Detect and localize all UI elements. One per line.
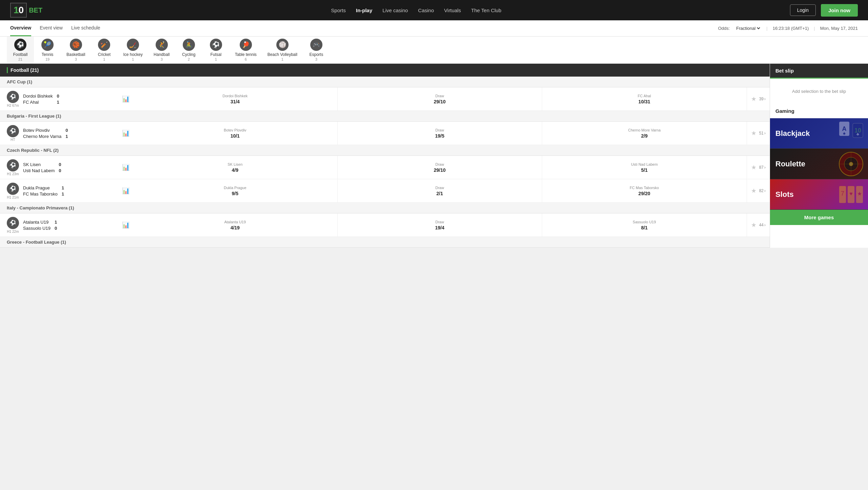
more-arrow: ›	[764, 131, 766, 136]
odd-value-away: 5/1	[641, 167, 648, 173]
more-count: 44	[759, 223, 764, 227]
sport-item-basketball[interactable]: 🏀 Basketball 3	[61, 37, 91, 64]
favorite-btn[interactable]: ★	[751, 164, 756, 171]
sport-item-esports[interactable]: 🎮 Esports 3	[303, 37, 330, 64]
odd-btn-draw[interactable]: Draw 29/10	[338, 87, 542, 110]
more-markets-btn[interactable]: 51 ›	[759, 131, 766, 136]
tab-overview[interactable]: Overview	[10, 20, 31, 36]
odd-btn-away[interactable]: Usti Nad Labem 5/1	[542, 156, 747, 179]
odd-btn-draw[interactable]: Draw 19/4	[338, 213, 542, 237]
sport-item-futsal[interactable]: ⚽ Futsal 1	[202, 37, 230, 64]
svg-text:0: 0	[850, 162, 852, 166]
more-arrow: ›	[764, 188, 766, 193]
odd-btn-away[interactable]: Cherno More Varna 2/9	[542, 122, 747, 145]
score1: 1	[62, 185, 64, 190]
joinnow-button[interactable]: Join now	[821, 4, 858, 17]
sport-item-cricket[interactable]: 🏏 Cricket 1	[91, 37, 118, 64]
tab-event-view[interactable]: Event view	[40, 20, 63, 36]
odd-value-away: 8/1	[641, 225, 648, 230]
match-icon-wrap: ⚽ H1 22m	[7, 217, 19, 233]
team2-name: FC Mas Taborsko	[23, 191, 58, 197]
sport-item-handball[interactable]: 🤾 Handball 3	[148, 37, 175, 64]
match-stats-btn[interactable]: 📊	[119, 221, 133, 229]
league-greece: Greece - Football League (1)	[0, 237, 770, 248]
section-header: Football (21)	[0, 64, 770, 77]
nav-ten-club[interactable]: The Ten Club	[471, 7, 501, 13]
futsal-icon: ⚽	[210, 39, 222, 51]
score1: 0	[57, 94, 59, 99]
odd-label-home: Botev Plovdiv	[224, 128, 246, 132]
basketball-icon: 🏀	[70, 39, 82, 51]
sport-item-cycling[interactable]: 🚴 Cycling 2	[175, 37, 202, 64]
odd-label-home: SK Lisen	[228, 162, 242, 166]
more-markets-btn[interactable]: 44 ›	[759, 223, 766, 227]
sport-count-basketball: 3	[75, 57, 77, 61]
score2: 0	[55, 226, 57, 231]
match-time: H2 67m	[7, 104, 19, 107]
favorite-btn[interactable]: ★	[751, 129, 756, 137]
odd-label-away: FC Ahal	[638, 94, 651, 98]
match-stats-btn[interactable]: 📊	[119, 95, 133, 103]
sport-item-tabletennis[interactable]: 🏓 Table tennis 6	[230, 37, 262, 64]
score2: 0	[59, 168, 61, 173]
match-stats-btn[interactable]: 📊	[119, 164, 133, 171]
login-button[interactable]: Login	[790, 4, 816, 16]
nav-inplay[interactable]: In-play	[356, 7, 372, 13]
odd-btn-away[interactable]: FC Mas Taborsko 29/20	[542, 179, 747, 202]
favorite-btn[interactable]: ★	[751, 187, 756, 195]
odd-btn-home[interactable]: Atalanta U19 4/19	[133, 213, 338, 237]
odds-area: Dukla Prague 9/5 Draw 2/1 FC Mas Taborsk…	[133, 179, 747, 202]
sport-item-beachvolleyball[interactable]: 🏐 Beach Volleyball 1	[262, 37, 303, 64]
odd-btn-draw[interactable]: Draw 19/5	[338, 122, 542, 145]
team2-name: FC Ahal	[23, 100, 53, 105]
odd-btn-home[interactable]: Dordoi Bishkek 31/4	[133, 87, 338, 110]
nav-virtuals[interactable]: Virtuals	[444, 7, 461, 13]
odd-btn-draw[interactable]: Draw 29/10	[338, 156, 542, 179]
odd-btn-draw[interactable]: Draw 2/1	[338, 179, 542, 202]
divider1: |	[766, 26, 767, 31]
gaming-card-slots[interactable]: Slots 7 ♥ ★	[770, 179, 868, 210]
match-time: H1 21m	[7, 196, 19, 199]
match-stats-btn[interactable]: 📊	[119, 129, 133, 137]
more-games-button[interactable]: More games	[770, 210, 868, 225]
odd-btn-home[interactable]: Dukla Prague 9/5	[133, 179, 338, 202]
tabletennis-icon: 🏓	[240, 39, 252, 51]
content-area: Football (21) AFC Cup (1) ⚽ H2 67m Dordo…	[0, 64, 770, 248]
favorite-btn[interactable]: ★	[751, 95, 756, 103]
sport-icon-football: ⚽	[7, 183, 19, 195]
tab-live-schedule[interactable]: Live schedule	[71, 20, 100, 36]
sport-item-icehockey[interactable]: 🏒 Ice hockey 1	[118, 37, 148, 64]
table-row: ⚽ H1 21m Dukla Prague FC Mas Taborsko 1 …	[0, 179, 770, 203]
odds-selector[interactable]: Fractional Decimal	[735, 25, 761, 31]
match-time: H1 23m	[7, 172, 19, 176]
favorite-btn[interactable]: ★	[751, 221, 756, 229]
more-markets-btn[interactable]: 39 ›	[759, 97, 766, 101]
table-row: ⚽ H1 23m SK Lisen Usti Nad Labem 0 0 📊 S…	[0, 156, 770, 179]
sport-count-esports: 3	[315, 57, 317, 61]
nav-casino[interactable]: Casino	[418, 7, 434, 13]
sport-item-football[interactable]: ⚽ Football 21	[7, 37, 34, 64]
odd-btn-home[interactable]: Botev Plovdiv 10/1	[133, 122, 338, 145]
sport-icon-football: ⚽	[7, 125, 19, 137]
sport-item-tennis[interactable]: 🎾 Tennis 19	[34, 37, 61, 64]
table-row: ⚽ H1 22m Atalanta U19 Sassuolo U19 1 0 📊…	[0, 213, 770, 237]
match-icon-wrap: ⚽ HT	[7, 125, 19, 142]
current-date: Mon, May 17, 2021	[820, 26, 858, 31]
more-markets-btn[interactable]: 82 ›	[759, 188, 766, 193]
odd-btn-home[interactable]: SK Lisen 4/9	[133, 156, 338, 179]
match-icon-wrap: ⚽ H1 23m	[7, 159, 19, 176]
match-score: 0 1	[65, 128, 71, 139]
match-score: 1 1	[62, 185, 67, 197]
odd-btn-away[interactable]: FC Ahal 10/31	[542, 87, 747, 110]
match-stats-btn[interactable]: 📊	[119, 187, 133, 195]
gaming-card-blackjack[interactable]: Blackjack A ♠ 10 ♣	[770, 118, 868, 149]
sport-icon-football: ⚽	[7, 91, 19, 103]
nav-live-casino[interactable]: Live casino	[382, 7, 408, 13]
nav-sports[interactable]: Sports	[331, 7, 346, 13]
gaming-card-roulette[interactable]: Roulette 0	[770, 149, 868, 179]
odd-btn-away[interactable]: Sassuolo U19 8/1	[542, 213, 747, 237]
more-markets-btn[interactable]: 87 ›	[759, 165, 766, 170]
odd-label-draw: Draw	[435, 186, 444, 190]
team1-name: Botev Plovdiv	[23, 128, 61, 133]
odds-area: Botev Plovdiv 10/1 Draw 19/5 Cherno More…	[133, 122, 747, 145]
